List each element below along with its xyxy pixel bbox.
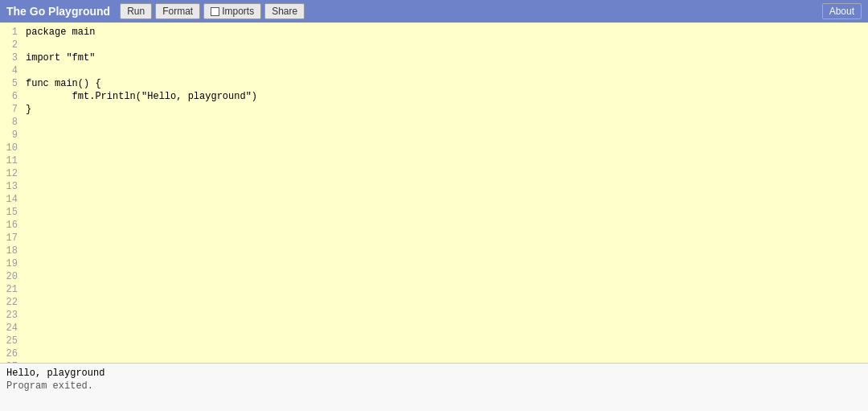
line-numbers: 1234567891011121314151617181920212223242… — [0, 23, 23, 363]
checkbox-icon — [211, 7, 219, 16]
app-title: The Go Playground — [6, 5, 110, 18]
output-text: Hello, playground — [6, 367, 862, 380]
header: The Go Playground Run Format Imports Sha… — [0, 0, 868, 23]
run-button[interactable]: Run — [120, 3, 152, 19]
output-status: Program exited. — [6, 380, 862, 393]
main-area: 1234567891011121314151617181920212223242… — [0, 23, 868, 411]
imports-button[interactable]: Imports — [203, 3, 261, 19]
about-button[interactable]: About — [822, 3, 862, 19]
format-button[interactable]: Format — [155, 3, 200, 19]
share-button[interactable]: Share — [264, 3, 305, 19]
code-editor: 1234567891011121314151617181920212223242… — [0, 23, 868, 363]
code-textarea[interactable] — [23, 23, 868, 363]
output-panel: Hello, playground Program exited. — [0, 363, 868, 411]
